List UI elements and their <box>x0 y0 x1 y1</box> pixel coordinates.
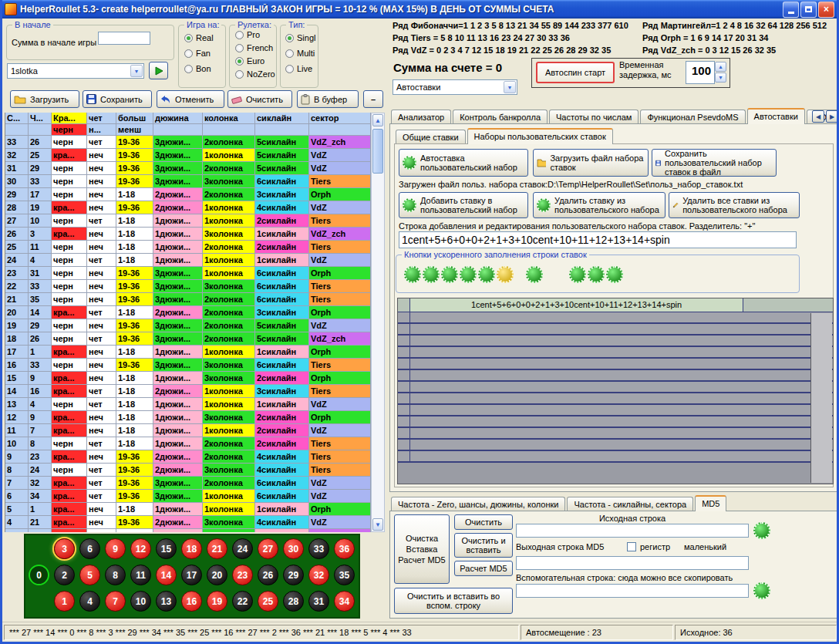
column-header[interactable] <box>309 124 371 136</box>
radio-bon[interactable]: Bon <box>184 64 211 73</box>
md5-clear-paste-helper-button[interactable]: Очистить и вставить во вспом. строку <box>394 588 513 614</box>
bet-string-input[interactable] <box>399 231 797 248</box>
list-item[interactable] <box>398 370 833 382</box>
table-row[interactable]: 171кра...неч1-181дюжи...1колонка1сиклайн… <box>5 346 371 359</box>
autobets-combobox[interactable]: Автоставки ▼ <box>393 79 517 95</box>
list-item[interactable] <box>398 393 833 405</box>
table-row[interactable]: 923кра...неч19-362дюжи...2колонка4сиклай… <box>5 450 371 464</box>
scroll-up-icon[interactable]: ▲ <box>372 114 383 126</box>
roulette-number-36[interactable]: 36 <box>334 538 355 559</box>
roulette-number-18[interactable]: 18 <box>181 538 202 559</box>
table-row[interactable]: 244чернчет1-181дюжи...1колонка1сиклайнVd… <box>5 254 371 267</box>
table-row[interactable]: 129кра...неч1-181дюжи...3колонка2сиклайн… <box>5 411 371 424</box>
quick-chip-10[interactable] <box>606 266 623 283</box>
md5-clear-button[interactable]: Очистить <box>454 514 513 530</box>
tab-scroll-left-icon[interactable]: ◀ <box>812 110 824 123</box>
roulette-number-8[interactable]: 8 <box>105 565 126 585</box>
autobet-user-set-button[interactable]: Автоставка пользовательский набор <box>399 149 528 177</box>
radio-euro[interactable]: Euro <box>235 56 265 66</box>
column-header[interactable]: Кра... <box>52 113 87 124</box>
save-button[interactable]: Сохранить <box>83 90 152 108</box>
quick-chip-6[interactable] <box>497 266 514 283</box>
radio-real[interactable]: Real <box>184 33 214 42</box>
tab-scroll-right-icon[interactable]: ▶ <box>826 110 838 123</box>
roulette-number-10[interactable]: 10 <box>130 591 151 612</box>
md5-calc-button[interactable]: Расчет MD5 <box>454 561 513 576</box>
tab-psevdoms[interactable]: Функционал PsevdoMS <box>640 110 745 124</box>
list-item[interactable] <box>398 335 833 347</box>
clear-button[interactable]: Очистить <box>227 90 292 108</box>
tab-md5-bottom[interactable]: MD5 <box>695 495 726 511</box>
roulette-number-25[interactable]: 25 <box>258 591 278 612</box>
roulette-number-22[interactable]: 22 <box>232 591 253 612</box>
column-header[interactable]: колонка <box>203 113 255 124</box>
column-header[interactable]: черн <box>52 124 87 136</box>
roulette-number-11[interactable]: 11 <box>130 565 151 585</box>
list-item[interactable] <box>398 359 833 370</box>
table-scrollbar[interactable]: ▲ ▼ <box>371 113 385 532</box>
add-bet-button[interactable]: Добавить ставку в пользовательский набор <box>399 192 528 218</box>
column-header[interactable]: сектор <box>309 113 371 124</box>
minimize-button[interactable] <box>783 2 799 18</box>
roulette-number-15[interactable]: 15 <box>156 538 177 559</box>
quick-chip-7[interactable] <box>526 266 543 283</box>
table-row[interactable]: 108чернчет1-181дюжи...2колонка2сиклайнTi… <box>5 437 371 450</box>
table-row[interactable]: 2331черннеч19-363дюжи...1колонка6сиклайн… <box>5 267 371 280</box>
list-item[interactable] <box>398 312 833 324</box>
roulette-number-30[interactable]: 30 <box>283 538 304 559</box>
roulette-number-5[interactable]: 5 <box>79 565 100 585</box>
quick-chip-4[interactable] <box>460 266 477 283</box>
radio-live[interactable]: Live <box>285 64 312 73</box>
md5-source-input[interactable] <box>516 524 749 538</box>
column-header[interactable] <box>153 124 203 136</box>
roulette-number-35[interactable]: 35 <box>334 565 355 585</box>
table-row[interactable]: 634кра...чет19-363дюжи...1колонка6сиклай… <box>5 490 371 503</box>
table-row[interactable]: 1826чернчет19-363дюжи...2колонка5сиклайн… <box>5 332 371 346</box>
column-header[interactable] <box>5 124 29 136</box>
roulette-number-21[interactable]: 21 <box>207 538 227 559</box>
roulette-number-20[interactable]: 20 <box>207 565 227 585</box>
quick-chip-3[interactable] <box>441 266 458 283</box>
table-row[interactable]: 2917черннеч1-182дюжи...2колонка3сиклайнO… <box>5 188 371 201</box>
radio-multi[interactable]: Multi <box>285 49 315 58</box>
roulette-number-9[interactable]: 9 <box>105 538 126 559</box>
column-header[interactable]: чет <box>87 113 116 124</box>
roulette-number-33[interactable]: 33 <box>308 538 329 559</box>
roulette-number-29[interactable]: 29 <box>283 565 304 585</box>
tab-bankroll-control[interactable]: Контроль банкролла <box>453 110 548 124</box>
tab-autobets[interactable]: Автоставки <box>747 108 805 124</box>
quick-chip-2[interactable] <box>423 266 440 283</box>
table-row[interactable]: 421кра...неч19-362дюжи...3колонка4сиклай… <box>5 516 371 529</box>
slot-combobox[interactable]: 1slotka ▼ <box>7 63 144 79</box>
scroll-down-icon[interactable]: ▼ <box>372 518 383 531</box>
list-item[interactable] <box>398 428 833 440</box>
column-header[interactable] <box>255 124 309 136</box>
table-row[interactable]: 134чернчет1-181дюжи...1колонка1сиклайнVd… <box>5 398 371 411</box>
tab-freq-sixlines-sectors[interactable]: Частота - сиклайны, сектора <box>567 497 693 511</box>
column-header[interactable]: н... <box>87 124 116 136</box>
chevron-down-icon[interactable]: ▼ <box>130 65 143 77</box>
roulette-number-32[interactable]: 32 <box>308 565 329 585</box>
table-row[interactable]: 117кра...неч1-181дюжи...1колонка2сиклайн… <box>5 424 371 437</box>
roulette-number-31[interactable]: 31 <box>308 591 329 612</box>
chevron-down-icon[interactable]: ▼ <box>504 81 516 93</box>
load-bet-set-button[interactable]: Загрузить файл набора ставок <box>533 149 649 177</box>
table-row[interactable]: 2135черннеч19-363дюжи...2колонка6сиклайн… <box>5 293 371 306</box>
subtab-user-bet-sets[interactable]: Наборы пользовательских ставок <box>467 128 613 144</box>
column-header[interactable] <box>203 124 255 136</box>
delete-bet-button[interactable]: Удалить ставку из пользовательского набо… <box>533 192 665 218</box>
list-item[interactable] <box>398 324 833 335</box>
roulette-number-19[interactable]: 19 <box>207 591 227 612</box>
roulette-number-16[interactable]: 16 <box>181 591 202 612</box>
save-bet-set-button[interactable]: Сохранить пользовательский набор ставок … <box>652 149 777 177</box>
roulette-number-17[interactable]: 17 <box>181 565 202 585</box>
table-row[interactable]: 1633черннеч19-363дюжи...3колонка6сиклайн… <box>5 359 371 372</box>
table-row[interactable]: 2819кра...неч19-362дюжи...1колонка4сикла… <box>5 201 371 214</box>
play-button[interactable] <box>149 62 168 79</box>
radio-pro[interactable]: Pro <box>235 30 260 39</box>
table-row[interactable]: 3326чернчет19-363дюжи...2колонка5сиклайн… <box>5 136 371 149</box>
table-row[interactable]: 2233черннеч19-363дюжи...3колонка6сиклайн… <box>5 280 371 293</box>
roulette-number-34[interactable]: 34 <box>334 591 355 612</box>
radio-fan[interactable]: Fan <box>184 49 211 58</box>
roulette-number-28[interactable]: 28 <box>283 591 304 612</box>
